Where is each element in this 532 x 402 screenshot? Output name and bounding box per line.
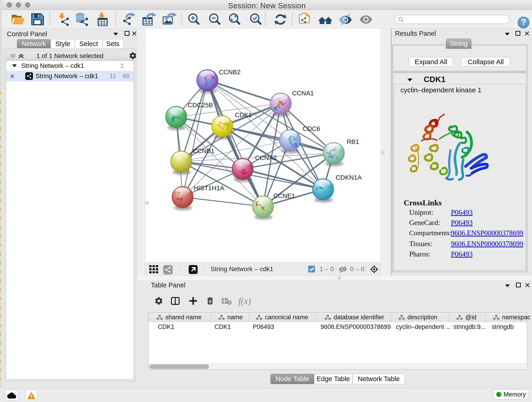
svg-text:CDK1: CDK1 xyxy=(235,111,252,119)
svg-text:RB1: RB1 xyxy=(347,138,359,145)
svg-text:HIST1H1A: HIST1H1A xyxy=(194,185,224,191)
svg-text:CCNB2: CCNB2 xyxy=(219,69,241,76)
svg-text:CCNB1: CCNB1 xyxy=(193,147,215,154)
svg-text:CCNA2: CCNA2 xyxy=(255,154,277,161)
svg-text:CDC25B: CDC25B xyxy=(188,102,213,109)
svg-text:CDC6: CDC6 xyxy=(303,125,320,132)
svg-text:CDKN1A: CDKN1A xyxy=(336,174,362,181)
svg-text:CCNE1: CCNE1 xyxy=(273,192,295,199)
svg-text:CCNA1: CCNA1 xyxy=(292,89,314,97)
